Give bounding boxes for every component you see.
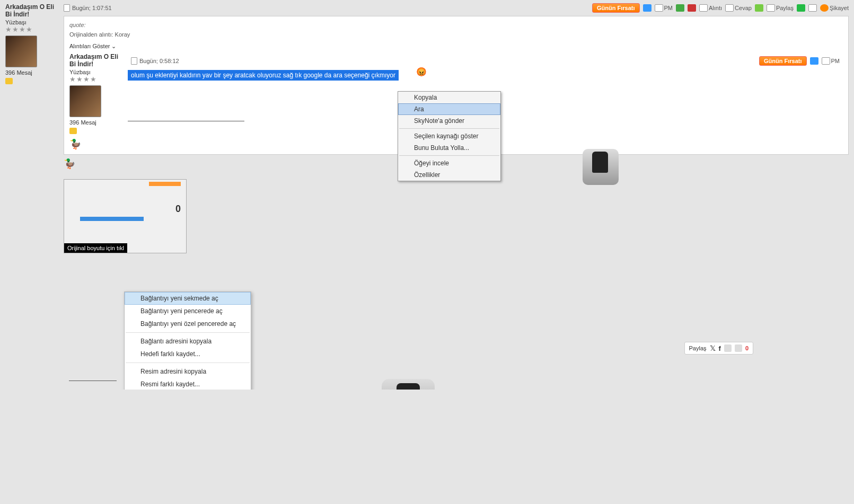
quote-label: quote: [69,22,843,28]
nested-gunun-firsati[interactable]: Günün Fırsatı [759,56,807,66]
facebook-icon[interactable]: f [719,344,721,352]
ctx2-copyimgaddr[interactable]: Resim adresini kopyala [125,365,251,378]
nested-username[interactable]: Arkadaşım O Eli Bi İndir! [69,53,124,68]
ctx2-newtab[interactable]: Bağlantıyı yeni sekmede aç [125,292,251,305]
icon-1[interactable] [643,4,651,12]
twitter-icon[interactable]: 𝕏 [710,344,716,352]
user-icon[interactable] [676,4,684,12]
context-menu-inner: Kopyala Ara SkyNote'a gönder Seçilen kay… [398,91,501,181]
user-rank: Yüzbaşı [5,19,59,25]
cevap-button[interactable]: Cevap [725,4,752,12]
nested-avatar[interactable] [69,85,101,117]
share-label: Paylaş [689,345,707,351]
gunun-firsati-button[interactable]: Günün Fırsatı [592,3,640,13]
context-menu-outer: Bağlantıyı yeni sekmede aç Bağlantıyı ye… [124,291,251,390]
thumb-down-icon[interactable] [735,344,742,352]
quote-origin: Orijinalden alıntı: Koray [69,31,843,38]
nested-h1z1-badge [583,149,619,185]
share-count: 0 [745,345,749,351]
paylas-button[interactable]: Paylaş [767,4,794,12]
quote-toggle[interactable]: Alıntıları Göster ⌄ [69,43,843,50]
ctx-inspect[interactable]: Öğeyi incele [398,157,500,169]
ctx-viewsource[interactable]: Seçilen kaynağı göster [398,130,500,142]
status-icon [5,78,13,84]
nested-icon-1[interactable] [810,57,818,65]
nested-page-icon [131,57,137,65]
h1z1-badge: H1Z1 [382,379,435,390]
post-timestamp: Bugün; 1:07:51 [72,5,112,11]
rank-stars: ★★★★ [5,25,59,33]
page-icon [64,4,70,12]
share-bar: Paylaş 𝕏 f 0 [684,342,754,355]
highlighted-text: olum şu eklentiyi kaldırın yav bir şey a… [128,70,399,81]
pm-button[interactable]: PM [655,4,673,12]
outer-signature-sep [69,381,117,381]
nested-timestamp: Bugün; 0:58:12 [139,58,179,64]
nested-pm-button[interactable]: PM [822,57,840,65]
thumb-caption: Orijinal boyutu için tıkl [64,243,127,253]
nested-stars: ★★★★ [69,75,124,83]
ctx-search[interactable]: Ara [398,103,500,115]
ctx2-copylink[interactable]: Bağlantı adresini kopyala [125,335,251,348]
sikayet-button[interactable]: Şikayet [820,4,849,12]
red-icon[interactable] [688,4,696,12]
ctx-skynote[interactable]: SkyNote'a gönder [398,115,500,127]
avatar[interactable] [5,36,37,67]
plus-icon[interactable] [755,4,763,12]
thumb-up-icon[interactable] [724,344,732,352]
message-count: 396 Mesaj [5,69,59,76]
nested-status-icon [69,128,77,134]
chevron-down-icon: ⌄ [111,43,116,50]
user-sidebar: Arkadaşım O Eli Bi İndir! Yüzbaşı ★★★★ 3… [5,3,64,386]
thumb-zero: 0 [175,204,181,215]
signature-separator [128,121,244,121]
ctx-copy[interactable]: Kopyala [398,92,500,103]
image-thumbnail[interactable]: 0 Orijinal boyutu için tıkl [64,179,187,253]
post-toolbar: Bugün; 1:07:51 Günün Fırsatı PM Alıntı C… [64,3,849,13]
share-icon[interactable] [797,4,805,12]
ctx2-saveimg[interactable]: Resmi farklı kaydet... [125,378,251,390]
ctx2-newpriv[interactable]: Bağlantıyı yeni özel pencerede aç [125,317,251,330]
ctx2-savetarget[interactable]: Hedefi farklı kaydet... [125,348,251,360]
alinti-button[interactable]: Alıntı [699,4,722,12]
duck-icon-outer [64,158,80,169]
duck-icon [69,138,85,149]
nested-rank: Yüzbaşı [69,69,124,75]
username[interactable]: Arkadaşım O Eli Bi İndir! [5,3,59,18]
ctx2-newwin[interactable]: Bağlantıyı yeni pencerede aç [125,305,251,317]
nested-msgcount: 396 Mesaj [69,119,124,126]
mail-icon[interactable] [808,4,817,12]
angry-emoji [400,67,427,77]
ctx-buluta[interactable]: Bunu Buluta Yolla... [398,142,500,154]
ctx-props[interactable]: Özellikler [398,169,500,181]
